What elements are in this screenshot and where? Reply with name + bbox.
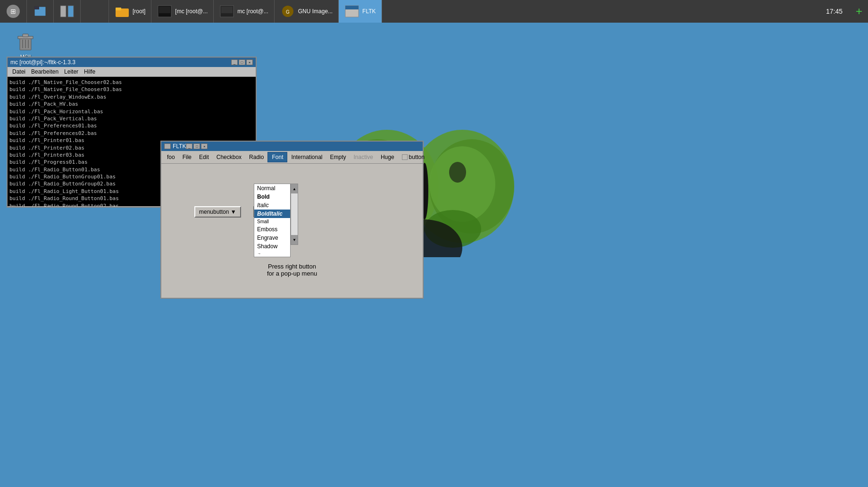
fltk-controls: _ □ × [186, 143, 208, 149]
fltk-icon [344, 4, 359, 19]
taskbar-logo[interactable]: ⊞ [0, 0, 27, 23]
fltk-menu-checkbox[interactable]: Checkbox [213, 152, 245, 162]
dropdown-item-normal[interactable]: Normal [254, 184, 290, 193]
fltk-menu-empty[interactable]: Empty [326, 152, 350, 162]
terminal-controls: _ □ × [231, 59, 253, 65]
svg-rect-18 [23, 34, 28, 37]
menubutton-container: menubutton ▼ [194, 206, 241, 218]
fltk-menu-radio[interactable]: Radio [245, 152, 267, 162]
terminal2-icon [219, 4, 234, 19]
taskbar-mc2-label: mc [root@... [237, 8, 268, 15]
dropdown-scrollbar[interactable]: ▲ ▼ [291, 184, 298, 245]
fltk-menu-international[interactable]: International [287, 152, 326, 162]
terminal-title: mc [root@pi]:~/fltk-c-1.3.3 [10, 59, 231, 66]
fltk-content: menubutton ▼ ch ▼ Normal Bold Italic Bol… [161, 164, 423, 301]
fltk-menu-huge[interactable]: Huge [377, 152, 398, 162]
taskbar-mc2[interactable]: mc [root@... [214, 0, 275, 23]
taskbar-fltk-label: FLTK [362, 8, 376, 15]
taskbar-root-label: [root] [133, 8, 145, 15]
svg-rect-11 [221, 7, 233, 13]
fltk-menubar: foo File Edit Checkbox Radio Font Intern… [161, 151, 423, 164]
dropdown-item-bolditalic[interactable]: BoldItalic [254, 210, 290, 218]
taskbar-root-folder[interactable]: [root] [109, 0, 151, 23]
taskbar-gimp-label: GNU Image... [298, 8, 333, 15]
svg-point-27 [429, 146, 495, 222]
terminal-line: build ./Fl_Native_File_Chooser02.bas [9, 79, 254, 86]
terminal-line: build ./Fl_Pack_HV.bas [9, 101, 254, 108]
terminal-minimize-btn[interactable]: _ [231, 59, 238, 65]
fltk-icon-btn[interactable] [164, 143, 171, 149]
terminal-menu-hilfe[interactable]: Hilfe [81, 68, 98, 76]
popup-hint-line2: for a pop-up menu [161, 270, 423, 277]
svg-rect-5 [68, 6, 74, 17]
popup-hint-line1: Press right button [161, 263, 423, 270]
fltk-window: FLTK _ □ × foo File Edit Checkbox Radio … [160, 141, 424, 299]
terminal-menu-bearbeiten[interactable]: Bearbeiten [28, 68, 61, 76]
folder-icon [115, 4, 130, 19]
terminal-menu-leiter[interactable]: Leiter [61, 68, 81, 76]
terminal-line: build ./Fl_Preferences02.bas [9, 130, 254, 137]
terminal-line: build ./Fl_Pack_Vertical.bas [9, 115, 254, 122]
svg-text:G: G [286, 9, 290, 15]
fltk-maximize-btn[interactable]: □ [193, 143, 200, 149]
menubutton[interactable]: menubutton ▼ [194, 206, 241, 218]
fltk-minimize-btn[interactable]: _ [186, 143, 192, 149]
dropdown-item-shadow[interactable]: Shadow [254, 242, 290, 251]
dropdown-item-arrow[interactable]: → [254, 251, 290, 257]
dropdown-item-emboss[interactable]: Emboss [254, 225, 290, 234]
taskbar: ⊞ [root] [mc [root@... [0, 0, 868, 23]
taskbar-mc1-label: [mc [root@... [175, 8, 208, 15]
font-dropdown-list[interactable]: Normal Bold Italic BoldItalic Small Embo… [254, 184, 291, 257]
fltk-menu-font[interactable]: Font [267, 152, 287, 162]
button-checkbox-icon[interactable] [402, 154, 408, 160]
terminal-line: build ./Fl_Preferences01.bas [9, 122, 254, 129]
terminal-titlebar: mc [root@pi]:~/fltk-c-1.3.3 _ □ × [8, 58, 256, 67]
logo-icon: ⊞ [6, 4, 21, 19]
fltk-menu-inactive: Inactive [350, 152, 377, 162]
popup-hint: Press right button for a pop-up menu [161, 263, 423, 277]
fltk-menu-edit[interactable]: Edit [195, 152, 213, 162]
fltk-titlebar: FLTK _ □ × [161, 142, 423, 151]
taskbar-clock: 17:45 [818, 8, 850, 15]
terminal-close-btn[interactable]: × [246, 59, 253, 65]
taskbar-blank[interactable] [81, 0, 109, 23]
fltk-menu-foo[interactable]: foo [163, 152, 179, 162]
svg-rect-3 [34, 7, 39, 9]
taskbar-add-button[interactable]: + [850, 5, 868, 18]
svg-rect-4 [60, 6, 66, 17]
svg-text:⊞: ⊞ [10, 8, 16, 15]
dropdown-item-engrave[interactable]: Engrave [254, 234, 290, 242]
terminal-menubar: Datei Bearbeiten Leiter Hilfe [8, 67, 256, 77]
terminal-maximize-btn[interactable]: □ [239, 59, 245, 65]
scrollbar-down-btn[interactable]: ▼ [291, 235, 298, 244]
terminal-menu-datei[interactable]: Datei [9, 68, 28, 76]
dropdown-item-italic[interactable]: Italic [254, 201, 290, 210]
fltk-menu-button-checkbox[interactable]: button [398, 152, 428, 162]
fltk-title: FLTK [173, 143, 186, 150]
svg-rect-15 [345, 6, 359, 9]
terminal-line: build ./Fl_Pack_Horizontal.bas [9, 108, 254, 115]
taskbar-fm2[interactable] [54, 0, 81, 23]
trash-svg [14, 30, 37, 53]
fm1-icon [33, 4, 48, 19]
scrollbar-track [291, 193, 298, 235]
taskbar-gimp[interactable]: G GNU Image... [275, 0, 339, 23]
svg-rect-9 [159, 7, 170, 13]
dropdown-item-small[interactable]: Small [254, 218, 290, 225]
terminal1-icon [157, 4, 172, 19]
fltk-close-btn[interactable]: × [201, 143, 208, 149]
taskbar-fm1[interactable] [27, 0, 54, 23]
terminal-line: build ./Fl_Overlay_WindowEx.bas [9, 93, 254, 101]
fltk-menu-file[interactable]: File [179, 152, 195, 162]
taskbar-fltk[interactable]: FLTK [339, 0, 382, 23]
fm2-icon [59, 4, 75, 19]
terminal-line: build ./Fl_Native_File_Chooser03.bas [9, 86, 254, 93]
dropdown-item-bold[interactable]: Bold [254, 193, 290, 201]
gimp-icon: G [280, 4, 295, 19]
scrollbar-up-btn[interactable]: ▲ [291, 184, 298, 193]
svg-point-30 [449, 162, 466, 183]
taskbar-mc1[interactable]: [mc [root@... [151, 0, 214, 23]
trash-icon[interactable]: MCIl [10, 30, 41, 59]
svg-rect-7 [116, 8, 121, 10]
